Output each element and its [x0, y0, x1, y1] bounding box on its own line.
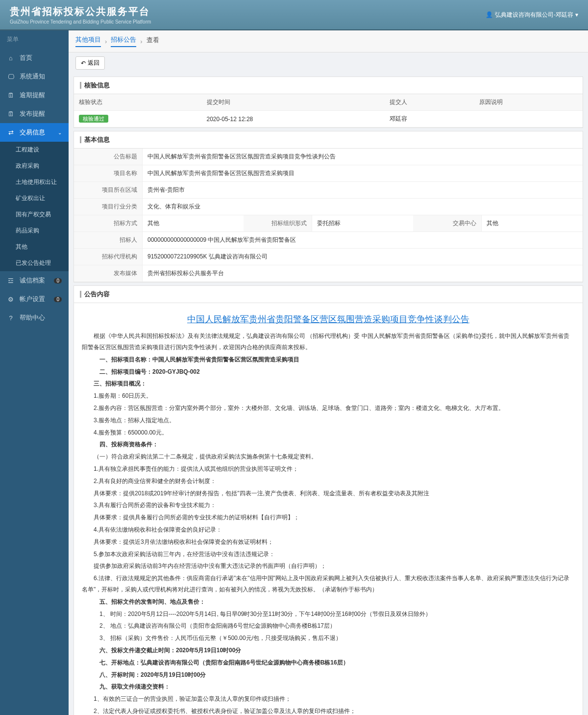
- p: 2、法定代表人身份证或授权委托书、被授权代表身份证，验证加盖公章及法人章的复印件…: [82, 706, 575, 715]
- help-icon: ?: [7, 314, 15, 322]
- content-panel: 公告内容 中国人民解放军贵州省贵阳警备区营区氛围营造采购项目竞争性谈判公告 根据…: [74, 285, 583, 715]
- p: （一）符合政府采购法第二十二条规定，提供政府采购法实施条例第十七条规定资料。: [82, 451, 575, 462]
- p: 根据《中华人民共和国招标投标法》及有关法律法规规定，弘典建设咨询有限公司 （招标…: [82, 331, 575, 353]
- p: 九、获取文件须递交资料：: [82, 681, 575, 692]
- label: 公告标题: [74, 149, 143, 165]
- content-section-title: 公告内容: [74, 286, 583, 303]
- sidebar-item-help[interactable]: ?帮助中心: [0, 308, 69, 327]
- value: 91520000722109905K 弘典建设咨询有限公司: [143, 249, 583, 265]
- p: 3、 招标（采购）文件售价：人民币伍佰元整（￥500.00元/包，只接受现场购买…: [82, 633, 575, 644]
- sub-item-property[interactable]: 国有产权交易: [9, 206, 69, 223]
- sidebar-item-overdue[interactable]: 🗓逾期提醒: [0, 86, 69, 104]
- label: 交易中心: [413, 215, 482, 231]
- sub-item-published[interactable]: 已发公告处理: [9, 255, 69, 271]
- p: 5.参加本次政府采购活动前三年内，在经营活动中没有违法违规记录：: [82, 549, 575, 560]
- p: 1、有效的三证合一的营业执照，验证加盖公章及法人章的复印件或扫描件；: [82, 693, 575, 705]
- badge: 0: [54, 278, 62, 283]
- p: 4.具有依法缴纳税收和社会保障资金的良好记录：: [82, 524, 575, 536]
- label: 发布媒体: [74, 265, 143, 281]
- th-reason: 原因说明: [474, 94, 583, 111]
- sub-item-engineering[interactable]: 工程建设: [9, 142, 69, 158]
- bell-icon: 🗓: [7, 110, 15, 118]
- p: 一、招标项目名称：中国人民解放军贵州省贵阳警备区营区氛围营造采购项目: [82, 354, 575, 365]
- table-row: 核验通过 2020-05-12 12:28 邓廷容: [74, 111, 583, 128]
- cell-time: 2020-05-12 12:28: [202, 111, 385, 128]
- value: 贵州省招标投标公共服务平台: [143, 265, 583, 281]
- sidebar-item-account[interactable]: ⚙帐户设置0: [0, 290, 69, 308]
- sidebar-item-trade[interactable]: ⇄交易信息⌄: [0, 123, 69, 142]
- value: 贵州省-贵阳市: [143, 182, 583, 198]
- breadcrumb-item[interactable]: 招标公告: [111, 35, 136, 47]
- app-title: 贵州省招标投标公共服务平台: [10, 5, 151, 18]
- th-time: 提交时间: [202, 94, 385, 111]
- status-badge: 核验通过: [79, 115, 108, 123]
- sub-label: 土地使用权出让: [16, 178, 57, 186]
- sub-label: 国有产权交易: [16, 210, 51, 219]
- p: 四、投标商资格条件：: [82, 439, 575, 450]
- p: 八、开标时间：2020年5月19日10时00分: [82, 669, 575, 681]
- sidebar-item-credit[interactable]: ☲诚信档案0: [0, 271, 69, 290]
- p: 1.具有独立承担民事责任的能力：提供法人或其他组织的营业执照等证明文件；: [82, 463, 575, 475]
- sidebar-item-home[interactable]: ⌂首页: [0, 49, 69, 67]
- badge: 0: [54, 297, 62, 302]
- sub-item-mining[interactable]: 矿业权出让: [9, 190, 69, 206]
- breadcrumb: 其他项目 › 招标公告 › 查看: [69, 30, 588, 52]
- sub-item-land[interactable]: 土地使用权出让: [9, 174, 69, 190]
- value: 文化、体育和娱乐业: [143, 199, 583, 215]
- verify-panel: 核验信息 核验状态 提交时间 提交人 原因说明 核验通过 2020-05-12 …: [74, 77, 583, 128]
- value: 中国人民解放军贵州省贵阳警备区营区氛围营造采购项目: [143, 165, 583, 181]
- content-body: 中国人民解放军贵州省贵阳警备区营区氛围营造采购项目竞争性谈判公告 根据《中华人民…: [74, 303, 583, 715]
- value: 000000000000000009 中国人民解放军贵州省贵阳警备区: [143, 232, 583, 248]
- sub-item-drug[interactable]: 药品采购: [9, 223, 69, 239]
- menu-heading: 菜单: [0, 30, 69, 49]
- p: 2、 地点：弘典建设咨询有限公司（贵阳市金阳南路6号世纪金源购物中心商务楼B栋1…: [82, 620, 575, 632]
- value: 中国人民解放军贵州省贵阳警备区营区氛围营造采购项目竞争性谈判公告: [143, 149, 583, 165]
- page-header: 贵州省招标投标公共服务平台 GuiZhou Province Tendering…: [0, 0, 588, 30]
- sidebar-label: 发布提醒: [20, 109, 45, 118]
- breadcrumb-item[interactable]: 其他项目: [75, 35, 101, 47]
- sidebar-item-publish[interactable]: 🗓发布提醒: [0, 104, 69, 123]
- verify-title: 核验信息: [74, 77, 583, 94]
- monitor-icon: 🖵: [7, 73, 15, 80]
- cell-reason: [474, 111, 583, 128]
- p: 三、招标项目概况：: [82, 378, 575, 389]
- p: 具体要求：提供近3月依法缴纳税收和社会保障资金的有效证明材料；: [82, 536, 575, 548]
- clock-icon: 🗓: [7, 92, 15, 99]
- p: 五、招标文件的发售时间、地点及售价：: [82, 596, 575, 608]
- sub-item-gov-procure[interactable]: 政府采购: [9, 158, 69, 174]
- user-icon: 👤: [485, 11, 493, 18]
- sub-label: 其他: [16, 243, 27, 251]
- label: 招标组织形式: [244, 215, 312, 231]
- p: 六、投标文件递交截止时间：2020年5月19日10时00分: [82, 645, 575, 656]
- sidebar: 菜单 ⌂首页 🖵系统通知 🗓逾期提醒 🗓发布提醒 ⇄交易信息⌄ 工程建设 政府采…: [0, 30, 69, 715]
- sidebar-label: 交易信息: [20, 128, 45, 137]
- user-menu[interactable]: 👤 弘典建设咨询有限公司-邓廷容 ▾: [485, 11, 578, 19]
- sub-label: 工程建设: [16, 146, 39, 154]
- sidebar-label: 首页: [20, 53, 32, 62]
- breadcrumb-sep: ›: [140, 38, 142, 45]
- exchange-icon: ⇄: [7, 129, 15, 136]
- sidebar-item-notice[interactable]: 🖵系统通知: [0, 67, 69, 86]
- chevron-down-icon: ▾: [575, 11, 578, 18]
- cell-submitter: 邓廷容: [385, 111, 474, 128]
- value: 其他: [482, 215, 583, 231]
- sub-label: 已发公告处理: [16, 259, 51, 267]
- p: 提供参加政府采购活动前3年内在经营活动中没有重大违法记录的书面声明（自行声明）；: [82, 561, 575, 572]
- sub-item-other[interactable]: 其他: [9, 239, 69, 255]
- back-icon: ↶: [81, 60, 86, 67]
- value: 其他: [143, 215, 244, 231]
- p: 二、招标项目编号：2020-GYJBQ-002: [82, 366, 575, 378]
- chevron-down-icon: ⌄: [58, 130, 62, 135]
- label: 招标方式: [74, 215, 143, 231]
- p: 3.具有履行合同所必需的设备和专业技术能力：: [82, 500, 575, 511]
- sidebar-label: 系统通知: [20, 72, 45, 81]
- p: 1、 时间：2020年5月12日----2020年5月14日, 每日早09时30…: [82, 609, 575, 620]
- p: 七、开标地点：弘典建设咨询有限公司（贵阳市金阳南路6号世纪金源购物中心商务楼B栋…: [82, 657, 575, 668]
- back-button[interactable]: ↶返回: [75, 56, 105, 70]
- main-content: 其他项目 › 招标公告 › 查看 ↶返回 核验信息 核验状态 提交时间 提交人 …: [69, 30, 588, 715]
- sub-label: 政府采购: [16, 162, 39, 170]
- label: 招标代理机构: [74, 249, 143, 265]
- verify-table: 核验状态 提交时间 提交人 原因说明 核验通过 2020-05-12 12:28…: [74, 94, 583, 128]
- sub-menu: 工程建设 政府采购 土地使用权出让 矿业权出让 国有产权交易 药品采购 其他 已…: [0, 142, 69, 271]
- label: 招标人: [74, 232, 143, 248]
